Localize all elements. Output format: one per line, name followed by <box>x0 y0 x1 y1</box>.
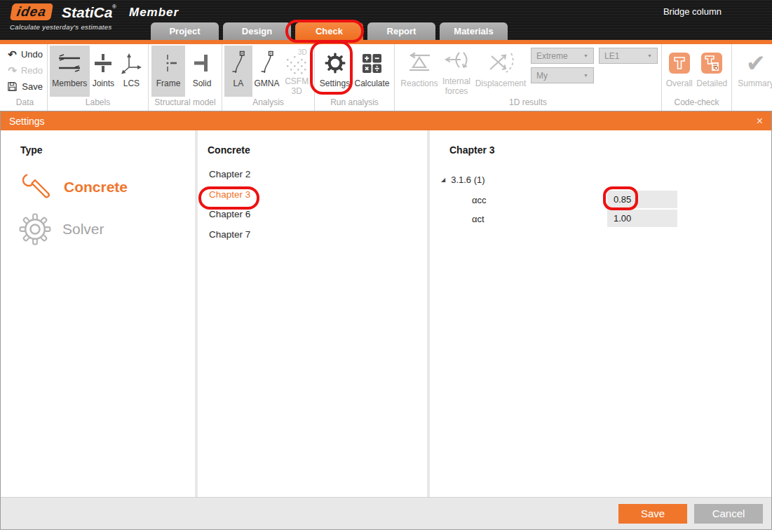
ribbon-group-data: ↶ Undo ↷ Redo Save Data <box>3 44 48 111</box>
tree-item-316[interactable]: ◢ 3.1.6 (1) <box>441 175 485 185</box>
detail-panel-header: Chapter 3 <box>449 144 495 156</box>
displacement-icon <box>485 47 517 79</box>
joints-icon <box>94 47 112 79</box>
lcs-button[interactable]: LCS <box>117 46 146 97</box>
ribbon-group-1d-results: Reactions Internal forces <box>395 44 662 111</box>
ribbon-group-summary: ✔ Summary <box>732 44 772 111</box>
la-button[interactable]: LA <box>224 46 252 97</box>
frame-icon <box>158 47 178 79</box>
solid-icon <box>192 47 212 79</box>
project-name: Bridge column <box>663 6 722 17</box>
idea-logo: idea <box>10 4 53 20</box>
type-item-solver[interactable]: Solver <box>19 213 104 245</box>
result-dropdowns: Extreme ▼ LE1 ▼ My ▼ <box>531 46 658 97</box>
chapter-panel-header: Concrete <box>208 144 250 156</box>
tab-check[interactable]: Check <box>295 22 363 40</box>
title-bar: idea StatiCa ® Member Calculate yesterda… <box>0 0 772 40</box>
save-button[interactable]: Save <box>7 79 43 94</box>
param-value-acc[interactable]: 0.85 <box>607 191 677 208</box>
wrench-icon <box>19 170 53 204</box>
chapter-item-6[interactable]: Chapter 6 <box>209 209 250 219</box>
settings-dialog-header: Settings × <box>1 111 771 130</box>
param-value-act[interactable]: 1.00 <box>607 210 677 227</box>
detailed-check-icon <box>701 47 722 79</box>
members-icon <box>56 47 83 79</box>
members-button[interactable]: Members <box>50 46 90 97</box>
extreme-dropdown[interactable]: Extreme ▼ <box>531 48 594 64</box>
close-icon[interactable]: × <box>757 116 763 127</box>
la-analysis-icon <box>230 47 247 79</box>
dialog-title: Settings <box>9 116 45 127</box>
param-label-acc: αcc <box>472 195 487 205</box>
type-item-label: Solver <box>62 221 104 238</box>
calculate-button[interactable]: Calculate <box>353 46 392 97</box>
redo-icon: ↷ <box>7 65 18 76</box>
csfm-3d-button[interactable]: 3D CSFM 3D <box>281 46 312 97</box>
chevron-down-icon: ▼ <box>583 53 588 58</box>
tab-report[interactable]: Report <box>367 22 435 40</box>
solid-button[interactable]: Solid <box>185 46 219 97</box>
load-case-dropdown[interactable]: LE1 ▼ <box>599 48 658 64</box>
csfm-3d-icon: 3D <box>283 47 311 77</box>
chapter-list-panel: Concrete Chapter 2 Chapter 3 Chapter 6 C… <box>198 130 427 497</box>
displacement-button[interactable]: Displacement <box>473 46 528 97</box>
joints-button[interactable]: Joints <box>90 46 117 97</box>
chapter-item-3[interactable]: Chapter 3 <box>209 189 250 200</box>
group-label-labels: Labels <box>48 97 148 109</box>
summary-button[interactable]: ✔ Summary <box>734 46 772 97</box>
calculate-icon <box>363 47 381 79</box>
lcs-icon <box>120 47 142 79</box>
save-settings-button[interactable]: Save <box>618 504 687 524</box>
type-item-concrete[interactable]: Concrete <box>19 170 128 204</box>
undo-icon: ↶ <box>7 49 18 60</box>
gmna-button[interactable]: GMNA <box>252 46 282 97</box>
chapter-detail-panel: Chapter 3 ◢ 3.1.6 (1) αcc 0.85 αct 1.00 <box>430 130 771 497</box>
expander-triangle-icon[interactable]: ◢ <box>441 177 445 183</box>
ribbon-toolbar: ↶ Undo ↷ Redo Save Data <box>0 44 772 111</box>
reactions-icon <box>405 47 434 79</box>
type-panel-header: Type <box>20 144 43 156</box>
module-title: Member <box>129 6 179 20</box>
tab-materials[interactable]: Materials <box>440 22 508 40</box>
group-label-summary <box>732 97 772 109</box>
group-label-analysis: Analysis <box>222 97 314 109</box>
ribbon-group-labels: Members Joints <box>48 44 149 111</box>
registered-mark: ® <box>112 4 116 10</box>
component-dropdown[interactable]: My ▼ <box>531 67 594 83</box>
ribbon-tab-bar: Project Design Check Report Materials <box>151 22 508 40</box>
settings-dialog: Settings × Type Concrete <box>0 111 772 530</box>
cancel-button[interactable]: Cancel <box>694 504 763 524</box>
redo-button[interactable]: ↷ Redo <box>7 63 43 78</box>
chapter-item-7[interactable]: Chapter 7 <box>209 229 250 240</box>
undo-button[interactable]: ↶ Undo <box>7 47 43 62</box>
gmna-analysis-icon <box>259 47 276 79</box>
tab-project[interactable]: Project <box>151 22 219 40</box>
type-panel: Type Concrete <box>1 130 195 497</box>
chevron-down-icon: ▼ <box>647 53 652 58</box>
group-label-run-analysis: Run analysis <box>315 97 394 109</box>
dialog-footer: Save Cancel <box>1 497 771 529</box>
overall-button[interactable]: Overall <box>664 46 695 97</box>
overall-check-icon <box>669 47 690 79</box>
settings-gear-icon <box>324 47 346 79</box>
detailed-button[interactable]: Detailed <box>695 46 729 97</box>
internal-forces-icon <box>442 47 470 77</box>
ribbon-group-code-check: Overall Detailed Code-check <box>662 44 732 111</box>
save-icon <box>7 81 18 92</box>
logo-tagline: Calculate yesterday's estimates <box>10 23 112 31</box>
group-label-1d-results: 1D results <box>395 97 661 109</box>
tab-design[interactable]: Design <box>223 22 291 40</box>
param-label-act: αct <box>472 214 485 224</box>
summary-check-icon: ✔ <box>746 51 766 75</box>
type-item-label: Concrete <box>64 179 128 196</box>
settings-button[interactable]: Settings <box>318 46 353 97</box>
reactions-button[interactable]: Reactions <box>399 46 440 97</box>
chapter-item-2[interactable]: Chapter 2 <box>209 169 250 179</box>
svg-text:3D: 3D <box>298 48 307 56</box>
internal-forces-button[interactable]: Internal forces <box>440 46 473 97</box>
frame-button[interactable]: Frame <box>151 46 185 97</box>
ribbon-group-analysis: LA GMNA 3D <box>222 44 315 111</box>
group-label-data: Data <box>3 97 47 109</box>
tree-item-label: 3.1.6 (1) <box>451 175 485 185</box>
group-label-structural-model: Structural model <box>149 97 222 109</box>
